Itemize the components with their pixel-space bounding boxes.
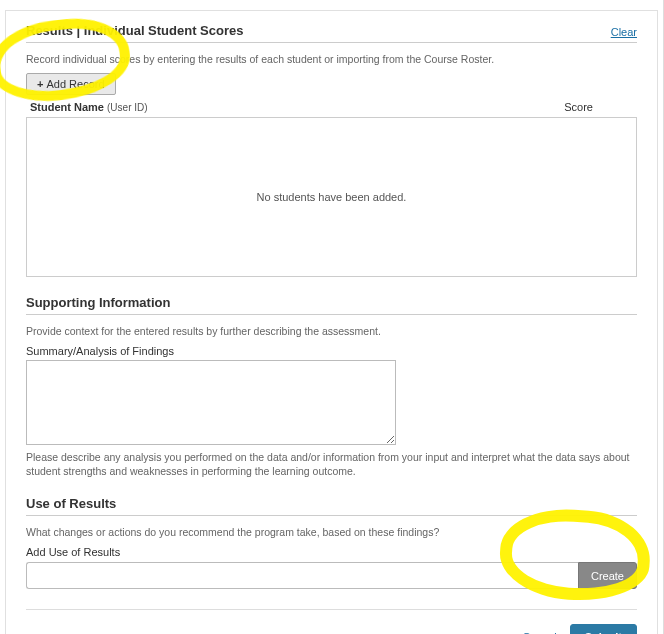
- supporting-intro: Provide context for the entered results …: [26, 325, 637, 337]
- add-use-input[interactable]: [26, 562, 578, 589]
- supporting-header: Supporting Information: [26, 295, 637, 315]
- summary-label: Summary/Analysis of Findings: [26, 345, 637, 357]
- footer-actions: Cancel Submit: [26, 609, 637, 634]
- results-header-row: Results | Individual Student Scores Clea…: [26, 23, 637, 43]
- student-list-empty: No students have been added.: [26, 117, 637, 277]
- results-intro: Record individual scores by entering the…: [26, 53, 637, 65]
- add-record-button[interactable]: +Add Record: [26, 73, 116, 95]
- create-button[interactable]: Create: [578, 562, 637, 589]
- add-use-row: Create: [26, 562, 637, 589]
- results-panel: Results | Individual Student Scores Clea…: [5, 10, 658, 634]
- user-id-label: (User ID): [107, 102, 148, 113]
- clear-link[interactable]: Clear: [611, 26, 637, 38]
- use-of-results-prompt: What changes or actions do you recommend…: [26, 526, 637, 538]
- empty-students-text: No students have been added.: [257, 191, 407, 203]
- add-use-label: Add Use of Results: [26, 546, 637, 558]
- score-column-header: Score: [564, 101, 593, 113]
- use-of-results-header: Use of Results: [26, 496, 637, 516]
- submit-button[interactable]: Submit: [570, 624, 637, 634]
- results-header: Results | Individual Student Scores: [26, 23, 243, 38]
- plus-icon: +: [37, 78, 43, 90]
- student-name-header-text: Student Name: [30, 101, 104, 113]
- page-container: Results | Individual Student Scores Clea…: [0, 0, 664, 634]
- add-record-label: Add Record: [46, 78, 104, 90]
- student-name-column-header: Student Name (User ID): [30, 101, 148, 113]
- student-table-header: Student Name (User ID) Score: [26, 95, 637, 117]
- summary-textarea[interactable]: [26, 360, 396, 445]
- summary-help: Please describe any analysis you perform…: [26, 451, 637, 478]
